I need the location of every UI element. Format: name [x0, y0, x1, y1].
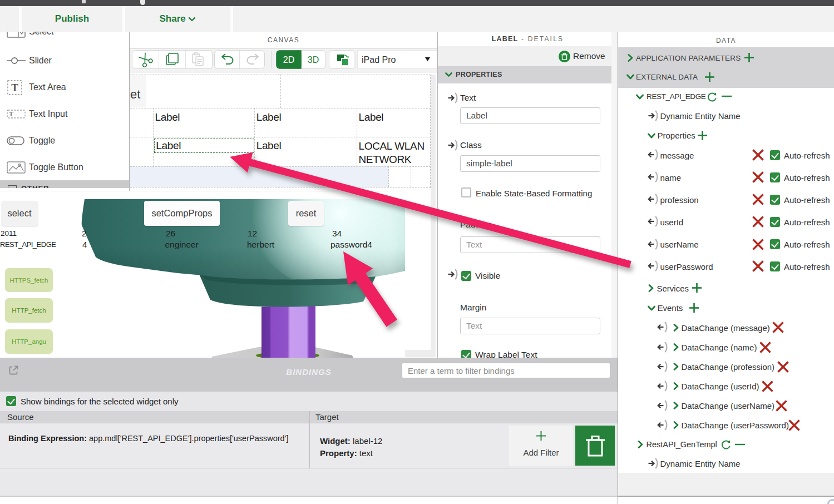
svg-text:T: T — [9, 110, 13, 118]
svg-text:3D: 3D — [308, 55, 319, 65]
svg-text:2D: 2D — [283, 55, 294, 65]
svg-text:T: T — [11, 82, 18, 93]
svg-text:iPad Pro: iPad Pro — [362, 55, 396, 65]
